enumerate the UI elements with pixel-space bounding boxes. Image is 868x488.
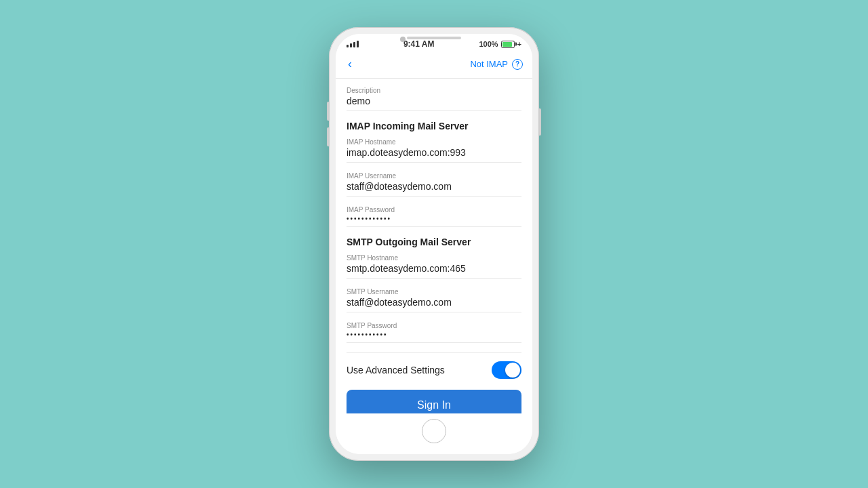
home-button[interactable] — [422, 419, 446, 443]
not-imap-button[interactable]: Not IMAP — [470, 59, 508, 69]
imap-section-title: IMAP Incoming Mail Server — [347, 121, 521, 131]
charging-icon: + — [517, 40, 521, 48]
smtp-password-label: SMTP Password — [347, 322, 521, 329]
imap-hostname-label: IMAP Hostname — [347, 138, 521, 146]
smtp-username-field: SMTP Username staff@doteasydemo.com — [347, 288, 521, 312]
status-time: 9:41 AM — [403, 39, 435, 49]
phone-screen: 9:41 AM 100% + ‹ Not IMAP ? De — [336, 34, 532, 454]
signal-bar-3 — [353, 42, 355, 47]
smtp-section: SMTP Outgoing Mail Server SMTP Hostname … — [347, 237, 521, 343]
advanced-settings-label: Use Advanced Settings — [347, 365, 445, 375]
signal-bar-1 — [347, 45, 349, 47]
battery-fill — [502, 42, 512, 47]
advanced-settings-row: Use Advanced Settings — [347, 352, 521, 386]
imap-username-field: IMAP Username staff@doteasydemo.com — [347, 172, 521, 197]
imap-hostname-field: IMAP Hostname imap.doteasydemo.com:993 — [347, 138, 521, 163]
imap-password-field: IMAP Password •••••••••••• — [347, 206, 521, 227]
smtp-username-value[interactable]: staff@doteasydemo.com — [347, 297, 521, 312]
nav-bar: ‹ Not IMAP ? — [336, 52, 532, 79]
signal-bar-2 — [350, 43, 352, 47]
signal-bar-4 — [357, 41, 359, 47]
smtp-password-field: SMTP Password ••••••••••• — [347, 322, 521, 343]
smtp-username-label: SMTP Username — [347, 288, 521, 296]
phone-frame: 9:41 AM 100% + ‹ Not IMAP ? De — [329, 27, 539, 461]
signal-indicator — [347, 41, 359, 47]
volume-down-button — [327, 127, 329, 146]
volume-up-button — [327, 102, 329, 121]
status-right: 100% + — [479, 40, 521, 48]
content-area: Description demo IMAP Incoming Mail Serv… — [336, 79, 532, 413]
description-label: Description — [347, 87, 521, 94]
imap-hostname-value[interactable]: imap.doteasydemo.com:993 — [347, 147, 521, 163]
advanced-settings-toggle[interactable] — [492, 361, 521, 379]
smtp-password-value[interactable]: ••••••••••• — [347, 331, 521, 343]
imap-username-label: IMAP Username — [347, 172, 521, 180]
imap-username-value[interactable]: staff@doteasydemo.com — [347, 181, 521, 197]
battery-icon — [501, 41, 515, 48]
imap-password-value[interactable]: •••••••••••• — [347, 215, 521, 227]
battery-percent: 100% — [479, 40, 498, 48]
description-field: Description demo — [347, 87, 521, 111]
smtp-section-title: SMTP Outgoing Mail Server — [347, 237, 521, 247]
description-value[interactable]: demo — [347, 96, 521, 111]
toggle-knob — [505, 363, 520, 378]
phone-camera — [400, 37, 406, 42]
phone-bottom — [336, 413, 532, 454]
smtp-hostname-label: SMTP Hostname — [347, 254, 521, 262]
imap-password-label: IMAP Password — [347, 206, 521, 214]
back-button[interactable]: ‹ — [345, 56, 355, 73]
smtp-hostname-field: SMTP Hostname smtp.doteasydemo.com:465 — [347, 254, 521, 279]
smtp-hostname-value[interactable]: smtp.doteasydemo.com:465 — [347, 263, 521, 279]
power-button — [539, 108, 541, 136]
help-button[interactable]: ? — [512, 59, 523, 70]
phone-top-bar — [407, 37, 461, 39]
sign-in-button[interactable]: Sign In — [347, 390, 521, 413]
nav-right-actions: Not IMAP ? — [470, 59, 523, 70]
imap-section: IMAP Incoming Mail Server IMAP Hostname … — [347, 121, 521, 227]
